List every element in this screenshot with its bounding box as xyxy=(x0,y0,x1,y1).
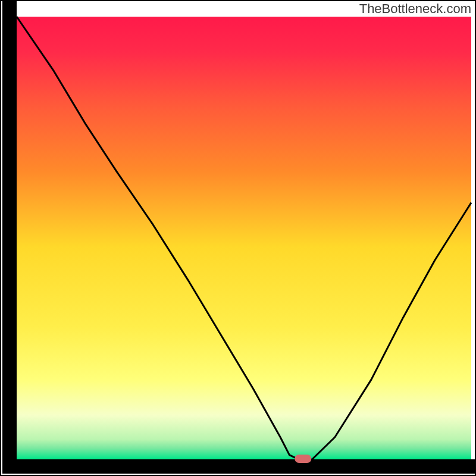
heatmap-background xyxy=(17,17,471,459)
optimal-marker xyxy=(295,455,311,463)
bottleneck-chart xyxy=(0,0,476,476)
chart-container: TheBottleneck.com xyxy=(0,0,476,476)
top-margin xyxy=(0,0,476,17)
